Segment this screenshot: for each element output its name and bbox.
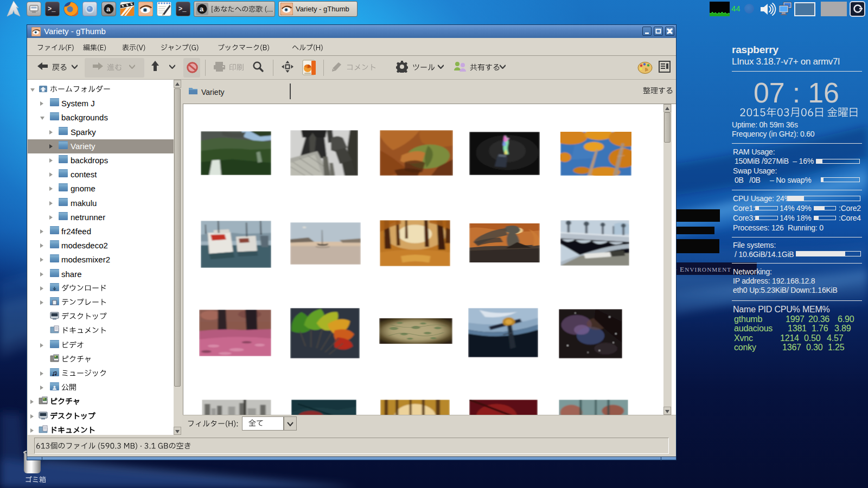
svg-text:>_: >_ xyxy=(178,5,187,12)
svg-text:>_: >_ xyxy=(48,5,56,12)
svg-text:a: a xyxy=(200,5,204,13)
svg-text:a: a xyxy=(106,5,111,13)
